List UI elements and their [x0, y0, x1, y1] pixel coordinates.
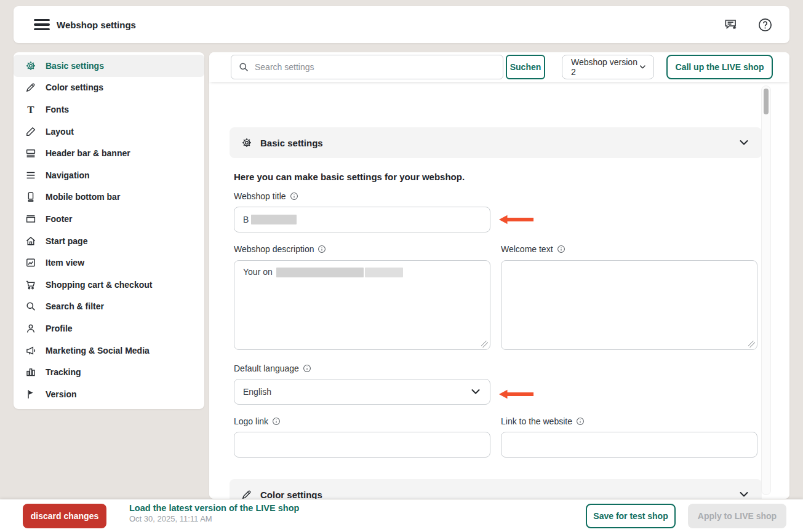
search-submit-button[interactable]: Suchen — [506, 55, 545, 79]
sidebar-item-label: Start page — [46, 236, 87, 246]
hamburger-menu-icon[interactable] — [34, 19, 50, 30]
sidebar-item-color-settings[interactable]: Color settings — [14, 77, 204, 99]
footer-icon — [25, 213, 37, 225]
welcome-text-label: Welcome text — [501, 244, 565, 254]
sidebar-item-label: Tracking — [46, 367, 81, 377]
sidebar-item-label: Search & filter — [46, 301, 104, 311]
cart-icon — [25, 279, 37, 291]
pencil-icon — [25, 125, 37, 138]
page-title: Webshop settings — [57, 6, 136, 43]
sidebar-item-mobile-bottom-bar[interactable]: Mobile bottom bar — [14, 186, 204, 208]
settings-sidebar: Basic settings Color settings Fonts Layo… — [14, 52, 204, 409]
sidebar-item-label: Version — [46, 389, 77, 399]
redacted-text — [276, 268, 364, 277]
redacted-text — [251, 215, 297, 224]
sidebar-item-version[interactable]: Version — [14, 383, 204, 405]
itemview-icon — [25, 256, 37, 269]
webshop-title-input[interactable]: B — [234, 207, 490, 232]
top-header: Webshop settings — [14, 6, 789, 43]
resize-handle[interactable] — [481, 341, 488, 347]
chevron-down-icon — [737, 488, 751, 499]
scrollbar-thumb[interactable] — [764, 89, 769, 114]
profile-icon — [25, 322, 37, 335]
sidebar-item-label: Marketing & Social Media — [46, 346, 150, 355]
basic-settings-section-header[interactable]: Basic settings — [230, 127, 762, 158]
headerbar-icon — [25, 147, 37, 159]
feedback-icon[interactable] — [722, 16, 740, 33]
sidebar-item-label: Shopping cart & checkout — [46, 280, 152, 290]
color-settings-section-header[interactable]: Color settings — [230, 479, 762, 499]
megaphone-icon — [25, 344, 37, 357]
resize-handle[interactable] — [748, 341, 755, 347]
info-icon[interactable] — [576, 417, 585, 426]
load-live-version-link[interactable]: Load the latest version of the LIVE shop… — [129, 503, 299, 523]
mobile-icon — [25, 191, 37, 203]
gear-icon — [241, 137, 253, 149]
barchart-icon — [25, 366, 37, 378]
sidebar-item-shopping-cart-checkout[interactable]: Shopping cart & checkout — [14, 274, 204, 296]
info-icon[interactable] — [557, 245, 565, 253]
sidebar-item-marketing-social-media[interactable]: Marketing & Social Media — [14, 339, 204, 362]
navlines-icon — [25, 169, 37, 181]
annotation-arrow — [498, 214, 534, 225]
webshop-settings-page: Webshop settings Basic settings Color se… — [0, 0, 803, 532]
chevron-down-icon — [469, 385, 482, 399]
flag-icon — [25, 388, 37, 400]
sidebar-item-label: Navigation — [46, 170, 90, 180]
sidebar-item-label: Layout — [46, 127, 74, 137]
section-intro-text: Here you can make basic settings for you… — [234, 172, 465, 182]
webshop-version-select[interactable]: Webshop version 2 — [562, 55, 654, 79]
default-language-label: Default language — [234, 363, 311, 373]
help-icon[interactable] — [756, 16, 773, 33]
sidebar-item-label: Header bar & banner — [46, 148, 130, 158]
sidebar-item-basic-settings[interactable]: Basic settings — [14, 55, 204, 77]
sidebar-item-fonts[interactable]: Fonts — [14, 98, 204, 121]
search-icon — [25, 300, 37, 312]
sidebar-item-search-filter[interactable]: Search & filter — [14, 296, 204, 318]
sidebar-item-start-page[interactable]: Start page — [14, 230, 204, 252]
info-icon[interactable] — [272, 417, 281, 426]
sidebar-item-footer[interactable]: Footer — [14, 208, 204, 230]
call-up-live-shop-button[interactable]: Call up the LIVE shop — [666, 55, 773, 79]
main-panel: Suchen Webshop version 2 Call up the LIV… — [209, 52, 789, 499]
welcome-text-textarea[interactable] — [501, 260, 757, 350]
logo-link-input[interactable] — [234, 432, 490, 458]
gear-icon — [25, 60, 37, 72]
search-settings-input[interactable] — [231, 55, 503, 79]
sidebar-item-item-view[interactable]: Item view — [14, 252, 204, 274]
sidebar-item-label: Basic settings — [46, 61, 104, 71]
webshop-description-textarea[interactable]: Your on — [234, 260, 490, 350]
content-scrollbar[interactable] — [761, 85, 771, 495]
sidebar-item-tracking[interactable]: Tracking — [14, 361, 204, 383]
sidebar-item-navigation[interactable]: Navigation — [14, 164, 204, 186]
webshop-description-label: Webshop description — [234, 244, 326, 254]
sidebar-item-layout[interactable]: Layout — [14, 121, 204, 143]
info-icon[interactable] — [318, 245, 326, 253]
home-icon — [25, 235, 37, 247]
discard-changes-button[interactable]: discard changes — [23, 504, 106, 528]
default-language-select[interactable]: English — [234, 379, 490, 405]
annotation-arrow — [498, 389, 534, 400]
logo-link-label: Logo link — [234, 416, 281, 426]
apply-to-live-shop-button[interactable]: Apply to LIVE shop — [688, 504, 786, 528]
fonts-icon — [25, 103, 37, 116]
sidebar-nav: Basic settings Color settings Fonts Layo… — [14, 55, 204, 405]
brush-icon — [241, 488, 253, 499]
sidebar-item-label: Item view — [46, 258, 84, 268]
chevron-down-icon — [737, 136, 751, 149]
info-icon[interactable] — [303, 364, 311, 373]
bottom-action-bar: discard changes Load the latest version … — [0, 499, 803, 532]
sidebar-item-label: Mobile bottom bar — [46, 192, 120, 202]
redacted-text — [365, 268, 403, 277]
live-version-timestamp: Oct 30, 2025, 11:11 AM — [129, 514, 299, 523]
settings-content: Basic settings Here you can make basic s… — [209, 82, 789, 499]
sidebar-item-label: Profile — [46, 324, 73, 333]
sidebar-item-label: Fonts — [46, 105, 69, 114]
sidebar-item-header-bar-banner[interactable]: Header bar & banner — [14, 142, 204, 164]
website-link-input[interactable] — [501, 432, 757, 458]
save-for-test-shop-button[interactable]: Save for test shop — [586, 504, 676, 528]
sidebar-item-label: Footer — [46, 214, 73, 224]
chevron-down-icon — [638, 62, 647, 72]
info-icon[interactable] — [290, 192, 298, 200]
sidebar-item-profile[interactable]: Profile — [14, 317, 204, 339]
